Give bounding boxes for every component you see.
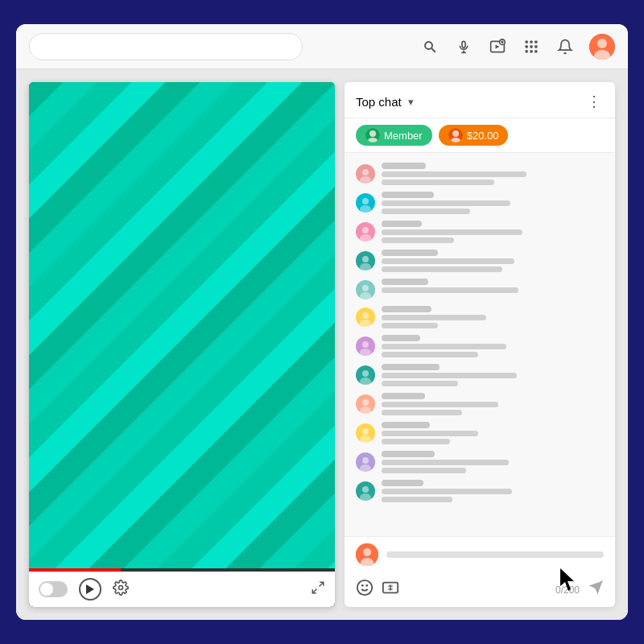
member-filter-avatar — [365, 128, 380, 142]
svg-point-55 — [362, 370, 369, 377]
chat-message — [345, 159, 615, 188]
svg-point-31 — [452, 130, 459, 137]
chat-message — [345, 361, 615, 390]
microphone-icon[interactable] — [454, 37, 473, 56]
svg-rect-2 — [462, 41, 465, 47]
autoplay-toggle[interactable] — [39, 581, 68, 597]
chat-name-bar — [382, 192, 434, 198]
chat-line — [382, 323, 438, 328]
search-icon[interactable] — [420, 37, 440, 56]
chat-name-bar — [382, 335, 420, 341]
chat-name-bar — [382, 364, 440, 370]
svg-line-1 — [431, 48, 436, 52]
chat-name-bar — [382, 221, 422, 227]
user-avatar-toolbar[interactable] — [589, 34, 615, 60]
svg-point-28 — [369, 130, 376, 137]
svg-point-46 — [362, 285, 369, 291]
svg-rect-14 — [526, 45, 528, 47]
chat-message — [345, 448, 615, 477]
svg-marker-78 — [589, 581, 603, 595]
svg-point-67 — [362, 486, 369, 493]
chat-line — [382, 229, 522, 235]
chat-message — [345, 275, 615, 303]
current-user-avatar — [356, 543, 378, 566]
chat-name-bar — [382, 250, 438, 256]
chat-avatar — [356, 452, 375, 472]
svg-rect-15 — [530, 45, 532, 47]
chat-avatar — [356, 423, 375, 443]
chat-message — [345, 217, 615, 246]
chat-name-bar — [382, 451, 435, 457]
video-progress-fill — [29, 568, 121, 572]
chat-dropdown-icon[interactable]: ▾ — [408, 96, 414, 108]
chat-more-button[interactable]: ⋮ — [584, 92, 604, 111]
apps-icon[interactable] — [522, 37, 541, 56]
svg-point-34 — [362, 169, 369, 175]
chat-line — [382, 439, 450, 444]
fullscreen-icon[interactable] — [311, 580, 325, 598]
chat-avatar — [356, 308, 375, 327]
chat-line — [382, 489, 512, 494]
svg-point-71 — [363, 548, 371, 556]
superchat-filter-avatar — [448, 128, 463, 142]
browser-window: Top chat ▾ ⋮ Member — [16, 24, 628, 620]
svg-point-73 — [357, 580, 372, 595]
chat-name-bar — [382, 279, 428, 285]
svg-point-49 — [362, 312, 369, 319]
chat-line — [382, 497, 452, 502]
video-progress-bar[interactable] — [29, 568, 335, 572]
superchat-filter-badge[interactable]: $20.00 — [439, 125, 509, 146]
svg-marker-23 — [86, 584, 94, 594]
chat-line — [382, 344, 506, 349]
chat-text-block — [382, 221, 604, 243]
svg-rect-19 — [535, 50, 537, 52]
member-filter-label: Member — [384, 130, 423, 142]
svg-point-52 — [362, 341, 369, 348]
video-frame[interactable] — [29, 82, 335, 568]
address-bar[interactable] — [29, 33, 303, 60]
send-button[interactable] — [588, 580, 604, 600]
top-chat-title: Top chat — [356, 95, 402, 109]
chat-text-block — [382, 364, 604, 386]
chat-name-bar — [382, 422, 430, 428]
notifications-icon[interactable] — [555, 37, 575, 56]
chat-line — [382, 287, 518, 293]
chat-avatar — [356, 394, 375, 414]
chat-message — [345, 477, 615, 506]
chat-current-user-row — [345, 536, 615, 572]
svg-line-25 — [320, 582, 324, 586]
chat-panel: Top chat ▾ ⋮ Member — [345, 82, 615, 607]
svg-point-37 — [362, 198, 369, 204]
chat-line — [382, 315, 486, 320]
chat-text-block — [382, 163, 604, 185]
chat-name-bar — [382, 480, 423, 486]
chat-line — [382, 237, 454, 243]
browser-toolbar — [16, 24, 628, 69]
emoji-button[interactable] — [356, 579, 374, 601]
chat-message — [345, 419, 615, 448]
chat-avatar — [356, 336, 375, 356]
video-player — [29, 82, 335, 607]
chat-header: Top chat ▾ ⋮ — [345, 82, 615, 118]
chat-text-block — [382, 422, 604, 444]
superchat-button[interactable] — [382, 579, 399, 601]
superchat-filter-label: $20.00 — [467, 130, 499, 142]
settings-icon[interactable] — [113, 580, 129, 600]
chat-line — [382, 171, 526, 177]
chat-avatar — [356, 251, 375, 270]
create-icon[interactable] — [488, 37, 507, 56]
browser-content: Top chat ▾ ⋮ Member — [16, 69, 628, 620]
chat-line — [382, 460, 509, 465]
svg-point-61 — [362, 428, 369, 435]
svg-rect-18 — [530, 50, 532, 52]
chat-line — [382, 200, 510, 206]
svg-rect-11 — [526, 40, 528, 43]
chat-text-block — [382, 250, 604, 272]
chat-messages-list[interactable] — [345, 153, 615, 536]
svg-point-58 — [362, 399, 369, 406]
chat-avatar — [356, 222, 375, 242]
member-filter-badge[interactable]: Member — [356, 125, 432, 146]
play-button[interactable] — [79, 578, 101, 601]
svg-rect-13 — [535, 40, 537, 43]
char-count: 0/200 — [555, 584, 580, 596]
